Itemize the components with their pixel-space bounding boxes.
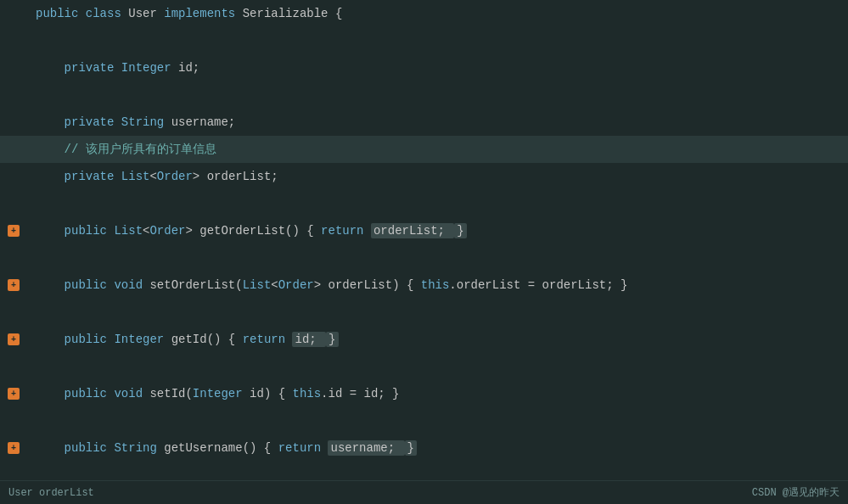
token: { xyxy=(228,333,243,346)
token: > xyxy=(314,278,329,292)
code-line: private String username; xyxy=(0,109,848,136)
token: orderList; xyxy=(207,170,278,183)
code-text: public String getUsername() { return use… xyxy=(27,436,848,460)
token: > xyxy=(185,224,199,238)
code-text xyxy=(27,246,848,270)
code-line: + public String getUsername() { return u… xyxy=(0,434,848,462)
code-line: + public Integer getId() { return id; } xyxy=(0,326,848,353)
code-line xyxy=(0,190,848,217)
code-line: public class User implements Serializabl… xyxy=(0,0,848,27)
token: } xyxy=(405,440,417,456)
expand-icon[interactable]: + xyxy=(8,442,20,454)
token: < xyxy=(271,278,278,292)
code-text xyxy=(27,29,848,53)
gutter: + xyxy=(0,333,27,345)
code-text xyxy=(27,192,848,216)
token: this xyxy=(421,278,450,292)
token: setOrderList xyxy=(149,278,235,292)
token: Integer xyxy=(114,333,171,346)
token: } xyxy=(326,332,338,347)
token: return xyxy=(278,441,329,455)
code-text xyxy=(27,355,848,378)
token: return xyxy=(243,333,293,346)
token: } xyxy=(454,223,466,238)
token: public xyxy=(36,387,114,400)
code-line: + public void setId(Integer id) { this.i… xyxy=(0,380,848,407)
token: Integer xyxy=(121,61,178,75)
code-text: public Integer getId() { return id; } xyxy=(27,328,848,351)
token: public xyxy=(36,224,114,238)
token: public xyxy=(36,441,114,455)
expand-icon[interactable]: + xyxy=(8,225,20,237)
token: class xyxy=(86,7,128,20)
token: orderList) xyxy=(329,278,407,292)
gutter: + xyxy=(0,279,27,291)
bottom-left-text: User orderList xyxy=(8,487,94,499)
code-text: private String username; xyxy=(27,110,848,134)
token: List xyxy=(114,224,143,238)
token: this xyxy=(293,387,322,400)
code-text: public class User implements Serializabl… xyxy=(27,2,848,25)
token: < xyxy=(149,170,156,183)
token: { xyxy=(407,278,421,292)
token: { xyxy=(306,224,321,238)
token: ( xyxy=(235,278,242,292)
code-line: + public List<Order> getOrderList() { re… xyxy=(0,217,848,244)
token: ( xyxy=(185,387,192,400)
token: 该用户所具有的订单信息 xyxy=(86,143,216,156)
token: .id = id; } xyxy=(321,387,399,400)
code-text: public List<Order> getOrderList() { retu… xyxy=(27,219,848,243)
gutter: + xyxy=(0,225,27,237)
code-text xyxy=(27,409,848,433)
token: List xyxy=(121,170,150,183)
token: // xyxy=(36,143,86,156)
code-text: private Integer id; xyxy=(27,56,848,80)
token: String xyxy=(121,115,171,129)
token: orderList; xyxy=(371,223,454,238)
token: id) xyxy=(250,387,278,400)
token: Order xyxy=(278,278,314,292)
expand-icon[interactable]: + xyxy=(8,333,20,345)
code-line xyxy=(0,244,848,272)
token: private xyxy=(36,115,121,129)
token: { xyxy=(278,387,293,400)
token: > xyxy=(193,170,207,183)
code-line xyxy=(0,81,848,109)
code-line xyxy=(0,407,848,434)
token: id; xyxy=(178,61,199,75)
code-text: private List<Order> orderList; xyxy=(27,165,848,188)
token: getUsername() xyxy=(164,441,264,455)
status-bar: User orderList CSDN @遇见的昨天 xyxy=(0,480,848,504)
code-text xyxy=(27,83,848,107)
token: Serializable { xyxy=(243,7,343,20)
token: void xyxy=(114,387,149,400)
code-line: // 该用户所具有的订单信息 xyxy=(0,136,848,163)
code-line xyxy=(0,27,848,54)
token: void xyxy=(114,278,149,292)
token: public xyxy=(36,333,114,346)
token: Order xyxy=(149,224,185,238)
token: username; xyxy=(328,440,404,456)
token: { xyxy=(264,441,278,455)
code-line xyxy=(0,299,848,326)
token: username; xyxy=(171,115,236,129)
code-line: private List<Order> orderList; xyxy=(0,163,848,190)
gutter: + xyxy=(0,388,27,400)
token: implements xyxy=(164,7,242,20)
code-text xyxy=(27,300,848,324)
bottom-right-text: CSDN @遇见的昨天 xyxy=(752,485,840,500)
code-text: public void setOrderList(List<Order> ord… xyxy=(27,273,848,297)
expand-icon[interactable]: + xyxy=(8,279,20,291)
token: Integer xyxy=(193,387,250,400)
token: User xyxy=(128,7,164,20)
token: Order xyxy=(157,170,193,183)
code-editor: public class User implements Serializabl… xyxy=(0,0,848,504)
code-text: // 该用户所具有的订单信息 xyxy=(27,137,848,161)
code-text: public void setId(Integer id) { this.id … xyxy=(27,382,848,406)
token: id; xyxy=(292,332,326,347)
code-line xyxy=(0,353,848,380)
token: String xyxy=(114,441,164,455)
token: return xyxy=(321,224,371,238)
expand-icon[interactable]: + xyxy=(8,388,20,400)
token: public xyxy=(36,7,86,20)
